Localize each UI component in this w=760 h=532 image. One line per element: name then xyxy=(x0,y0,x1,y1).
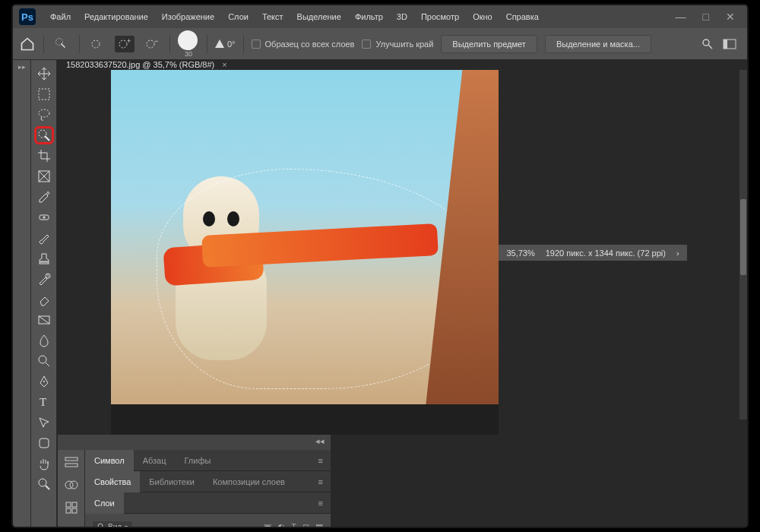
swatches-icon[interactable] xyxy=(63,477,80,492)
add-selection-icon[interactable]: + xyxy=(115,36,135,52)
svg-rect-27 xyxy=(72,502,77,507)
menu-image[interactable]: Изображение xyxy=(155,5,221,28)
path-select-tool-icon[interactable] xyxy=(34,413,54,432)
healing-tool-icon[interactable] xyxy=(34,208,54,226)
menu-window[interactable]: Окно xyxy=(466,5,499,28)
zoom-value[interactable]: 35,73% xyxy=(506,249,534,258)
eyedropper-tool-icon[interactable] xyxy=(34,188,54,206)
menu-file[interactable]: Файл xyxy=(43,5,78,28)
adjustments-icon[interactable] xyxy=(63,454,80,470)
scrollbar-thumb[interactable] xyxy=(740,199,746,275)
vertical-scrollbar[interactable] xyxy=(739,70,747,420)
brush-tool-icon[interactable] xyxy=(34,229,54,247)
close-button[interactable]: ✕ xyxy=(726,11,735,23)
blur-tool-icon[interactable] xyxy=(34,331,54,350)
svg-rect-23 xyxy=(65,464,78,467)
svg-point-2 xyxy=(119,40,127,48)
toolbox: T xyxy=(31,60,57,527)
layer-filter-dropdown[interactable]: Вид ▾ xyxy=(93,521,132,529)
separator xyxy=(243,35,244,53)
search-icon[interactable] xyxy=(701,38,714,50)
doc-dimensions[interactable]: 1920 пикс. x 1344 пикс. (72 ppi) xyxy=(546,249,666,258)
frame-tool-icon[interactable] xyxy=(34,167,54,185)
quick-select-icon[interactable] xyxy=(52,36,71,52)
svg-text:+: + xyxy=(127,38,131,45)
subtract-selection-icon[interactable]: − xyxy=(142,36,162,52)
filter-smart-icon[interactable]: ▦ xyxy=(315,522,323,529)
menu-filter[interactable]: Фильтр xyxy=(348,5,390,28)
brush-angle[interactable]: 0° xyxy=(215,40,236,49)
filter-shape-icon[interactable]: ◻ xyxy=(302,522,309,529)
svg-rect-20 xyxy=(40,439,49,448)
menu-3d[interactable]: 3D xyxy=(390,5,414,28)
tab-layer-comps[interactable]: Композиции слоев xyxy=(204,471,294,492)
quick-select-tool-icon[interactable] xyxy=(34,126,54,144)
svg-rect-14 xyxy=(40,262,49,264)
move-tool-icon[interactable] xyxy=(34,65,54,83)
document-tab[interactable]: 1582033637520.jpg @ 35,7% (RGB/8#) × xyxy=(57,60,747,70)
menu-edit[interactable]: Редактирование xyxy=(78,5,155,28)
lasso-tool-icon[interactable] xyxy=(34,106,54,124)
brush-preview[interactable]: 30 xyxy=(178,30,199,58)
right-collapse[interactable]: ◂◂ xyxy=(58,435,331,450)
menu-select[interactable]: Выделение xyxy=(290,5,348,28)
pen-tool-icon[interactable] xyxy=(34,372,54,391)
menu-view[interactable]: Просмотр xyxy=(414,5,466,28)
tab-layers[interactable]: Слои xyxy=(85,492,124,514)
marquee-tool-icon[interactable] xyxy=(34,85,54,103)
zoom-tool-icon[interactable] xyxy=(34,475,54,493)
svg-rect-29 xyxy=(72,508,77,513)
history-brush-tool-icon[interactable] xyxy=(34,270,54,288)
app-logo[interactable]: Ps xyxy=(19,8,36,25)
tab-libraries[interactable]: Библиотеки xyxy=(140,471,204,492)
minimize-button[interactable]: — xyxy=(676,11,686,23)
menu-text[interactable]: Текст xyxy=(255,5,290,28)
status-chevron-icon[interactable]: › xyxy=(676,249,679,258)
eraser-tool-icon[interactable] xyxy=(34,290,54,309)
svg-point-6 xyxy=(703,40,709,46)
angle-icon xyxy=(215,40,224,48)
select-subject-button[interactable]: Выделить предмет xyxy=(441,35,537,53)
close-tab-icon[interactable]: × xyxy=(222,60,226,69)
sample-all-layers[interactable]: Образец со всех слоев xyxy=(252,40,355,49)
tab-paragraph[interactable]: Абзац xyxy=(134,450,176,471)
tab-glyphs[interactable]: Глифы xyxy=(176,450,220,471)
panel-menu-icon[interactable]: ≡ xyxy=(311,477,331,486)
options-bar: + − 30 0° Образец со всех слоев Улучшить… xyxy=(13,28,747,60)
dodge-tool-icon[interactable] xyxy=(34,352,54,370)
home-icon[interactable] xyxy=(19,36,36,52)
type-tool-icon[interactable]: T xyxy=(34,393,54,411)
menu-help[interactable]: Справка xyxy=(499,5,546,28)
gradient-tool-icon[interactable] xyxy=(34,311,54,329)
hand-tool-icon[interactable] xyxy=(34,454,54,473)
workspace-icon[interactable] xyxy=(723,39,736,49)
left-rail: ▸▸ xyxy=(13,60,31,527)
menu-layers[interactable]: Слои xyxy=(221,5,255,28)
panel-menu-icon[interactable]: ≡ xyxy=(311,499,331,508)
shape-tool-icon[interactable] xyxy=(34,434,54,452)
crop-tool-icon[interactable] xyxy=(34,147,54,165)
document-canvas[interactable] xyxy=(111,70,499,435)
select-and-mask-button[interactable]: Выделение и маска... xyxy=(545,35,651,53)
brush-size-label: 30 xyxy=(185,50,192,58)
filter-type-icon[interactable]: T xyxy=(291,522,296,529)
maximize-button[interactable]: □ xyxy=(703,11,709,23)
filter-image-icon[interactable]: ▣ xyxy=(264,522,271,529)
panel-expand-icon[interactable]: ▸▸ xyxy=(18,63,26,71)
tab-properties[interactable]: Свойства xyxy=(85,471,140,492)
enhance-edge[interactable]: Улучшить край xyxy=(362,40,433,49)
svg-text:T: T xyxy=(40,396,46,408)
panel-column: Символ Абзац Глифы ≡ Свойства Библиотеки… xyxy=(85,450,331,528)
svg-point-4 xyxy=(147,40,154,48)
filter-label: Вид xyxy=(108,523,122,529)
stamp-tool-icon[interactable] xyxy=(34,249,54,268)
grid-icon[interactable] xyxy=(63,500,80,515)
svg-point-17 xyxy=(39,356,46,363)
panel-icon-column xyxy=(58,450,85,528)
canvas-area: 1582033637520.jpg @ 35,7% (RGB/8#) × xyxy=(57,60,747,527)
svg-rect-22 xyxy=(65,458,78,461)
panel-menu-icon[interactable]: ≡ xyxy=(311,456,331,465)
filter-adjust-icon[interactable]: ◐ xyxy=(277,522,285,529)
new-selection-icon[interactable] xyxy=(87,36,107,52)
tab-character[interactable]: Символ xyxy=(85,450,134,471)
